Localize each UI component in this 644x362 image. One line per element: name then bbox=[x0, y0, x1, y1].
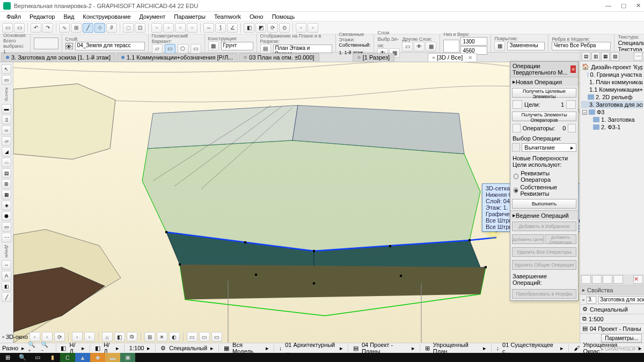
tool-curtain[interactable]: ▦ bbox=[2, 190, 11, 200]
tab-3d[interactable]: ▫[3D / Все]✕ bbox=[428, 53, 477, 62]
tool-m2[interactable]: ▫ bbox=[163, 23, 174, 33]
get-operators-button[interactable]: Получить Элементы Операторов bbox=[512, 112, 576, 121]
vb-10[interactable]: ☀ bbox=[157, 332, 167, 342]
tool-new[interactable]: ▭ bbox=[2, 23, 13, 33]
tool-snap[interactable]: ∿ bbox=[59, 23, 70, 33]
vb-3[interactable]: ⟳ bbox=[54, 332, 65, 342]
tool-m3[interactable]: ▫ bbox=[175, 23, 186, 33]
tool-zone[interactable]: ▭ bbox=[2, 222, 11, 232]
vb-2[interactable]: ▫ bbox=[42, 332, 53, 342]
vb-8[interactable]: ⧉ bbox=[127, 332, 137, 342]
tool-redo[interactable]: ↷ bbox=[42, 23, 53, 33]
opt-settings[interactable] bbox=[31, 34, 62, 52]
tool-undo[interactable]: ↶ bbox=[31, 23, 41, 33]
navigator-tree[interactable]: –🏠 Дизайн-проект 'Курортн... 0. Граница … bbox=[580, 62, 644, 274]
radio-own-attrs[interactable]: Собственные Реквизиты bbox=[510, 183, 578, 197]
tool-m4[interactable]: ▫ bbox=[187, 23, 197, 33]
tab-comm[interactable]: 1.1 Коммуникации+обозначения [Р/Л... bbox=[116, 53, 238, 62]
tool-mesh[interactable]: ⊞ bbox=[2, 179, 11, 189]
nav-pub-icon[interactable]: ▧ bbox=[611, 52, 619, 61]
vb-11[interactable]: ◐ bbox=[169, 332, 180, 342]
tool-morph[interactable]: ◈ bbox=[2, 201, 11, 210]
camtasia-icon[interactable]: ▣ bbox=[120, 353, 135, 362]
folder-icon[interactable]: ▬ bbox=[105, 353, 120, 362]
tool-guideline[interactable]: ╱ bbox=[83, 23, 93, 33]
tool-stair[interactable]: ▤ bbox=[2, 168, 11, 178]
menu-help[interactable]: Помощь bbox=[268, 13, 299, 20]
search-icon[interactable]: 🔍 bbox=[15, 353, 30, 362]
menu-window[interactable]: Окно bbox=[245, 13, 268, 20]
tool-fill[interactable]: ◧ bbox=[2, 282, 11, 291]
tool-arrow[interactable]: ↖ bbox=[2, 64, 11, 74]
tool-text[interactable]: A bbox=[2, 271, 11, 280]
tool-m1[interactable]: ▫ bbox=[151, 23, 162, 33]
target-list-icon[interactable] bbox=[566, 100, 576, 109]
app2-icon[interactable]: ▲ bbox=[75, 353, 90, 362]
tab-sketch[interactable]: 3. Заготовка для эскиза [1. 1-й этаж] bbox=[1, 53, 115, 62]
close-tab-icon[interactable]: ✕ bbox=[468, 55, 472, 61]
tool-dim[interactable]: ↔ bbox=[2, 260, 11, 270]
menu-edit[interactable]: Редактор bbox=[25, 13, 59, 20]
props-header[interactable]: ▸ Свойства bbox=[580, 285, 644, 294]
tool-trace[interactable]: ⊡ bbox=[135, 23, 145, 33]
tool-snapguide[interactable]: ⊹ bbox=[94, 23, 105, 33]
close-button[interactable]: ✕ bbox=[636, 2, 641, 9]
radio-operator-attrs[interactable]: Реквизиты Оператора bbox=[510, 169, 578, 183]
tool-3d[interactable]: ◧ bbox=[244, 23, 254, 33]
nav-x-icon[interactable]: ✕ bbox=[633, 275, 643, 284]
menu-teamwork[interactable]: Teamwork bbox=[210, 13, 245, 20]
nav-view-icon[interactable]: ▥ bbox=[591, 52, 600, 61]
taskview-icon[interactable]: ▭ bbox=[30, 353, 45, 362]
tool-orbit[interactable]: ⟳ bbox=[267, 23, 278, 33]
menu-design[interactable]: Конструирование bbox=[78, 13, 135, 20]
tool-gridsnap[interactable]: # bbox=[106, 23, 117, 33]
nav-del-icon[interactable] bbox=[603, 275, 612, 284]
op-combo[interactable]: Вычитание▸ bbox=[522, 143, 576, 152]
tool-suspend[interactable]: ◌ bbox=[123, 23, 134, 33]
nav-dup-icon[interactable] bbox=[592, 275, 602, 284]
maximize-button[interactable]: ▢ bbox=[621, 2, 626, 9]
nav-new-icon[interactable] bbox=[581, 275, 591, 284]
prop-id-input[interactable] bbox=[587, 296, 596, 304]
tool-arc[interactable]: ⟆ bbox=[215, 23, 226, 33]
vb-7[interactable]: ◧ bbox=[114, 332, 125, 342]
3d-window-button[interactable]: ▫ 3D-окно bbox=[2, 334, 28, 340]
tool-shell[interactable]: ⌓ bbox=[2, 158, 11, 167]
tool-slab[interactable]: ▱ bbox=[2, 136, 11, 146]
minimize-button[interactable]: — bbox=[605, 2, 611, 9]
layer-combo[interactable]: 04_Земля для терасс bbox=[75, 42, 145, 50]
menu-options[interactable]: Параметры bbox=[170, 13, 210, 20]
tool-x2[interactable]: ▫ bbox=[308, 23, 318, 33]
vb-9[interactable]: ⊞ bbox=[144, 332, 155, 342]
tool-walk[interactable]: ⊙ bbox=[279, 23, 290, 33]
tool-x1[interactable]: ▫ bbox=[296, 23, 306, 33]
vb-12[interactable]: ▭ bbox=[187, 332, 197, 342]
tool-grid[interactable]: ⊞ bbox=[71, 23, 82, 33]
tool-ruler[interactable]: ↔ bbox=[203, 23, 214, 33]
nav-layout-icon[interactable]: ▦ bbox=[601, 52, 610, 61]
tool-column[interactable]: ▯ bbox=[2, 115, 11, 124]
tool-marquee[interactable]: ▭ bbox=[2, 75, 11, 85]
vb-4[interactable]: ▫ bbox=[72, 332, 83, 342]
vb-5[interactable]: ▫ bbox=[84, 332, 95, 342]
vb-14[interactable]: ▭ bbox=[211, 332, 222, 342]
tool-angle[interactable]: ∠ bbox=[227, 23, 238, 33]
menu-document[interactable]: Документ bbox=[135, 13, 170, 20]
menu-file[interactable]: Файл bbox=[2, 13, 25, 20]
tool-beam[interactable]: ═ bbox=[2, 125, 11, 135]
prop-name-input[interactable] bbox=[598, 296, 644, 304]
tool-more[interactable]: ⋯ bbox=[2, 233, 11, 242]
tool-object[interactable]: ⬣ bbox=[2, 211, 11, 221]
nav-project-icon[interactable]: ▤ bbox=[582, 52, 590, 61]
top-elev[interactable] bbox=[460, 37, 487, 46]
nav-up-icon[interactable] bbox=[613, 275, 623, 284]
tool-persp[interactable]: ◩ bbox=[255, 23, 266, 33]
nav-opts-icon[interactable]: ⋯ bbox=[634, 52, 642, 61]
tool-open[interactable]: ▭ bbox=[14, 23, 25, 33]
tool-wall[interactable]: ▬ bbox=[2, 104, 11, 114]
tab-plan03[interactable]: 03 План на отм. ±0.000] bbox=[239, 53, 319, 62]
vb-13[interactable]: ▭ bbox=[199, 332, 210, 342]
panel-close-icon[interactable]: × bbox=[570, 65, 576, 73]
tool-line[interactable]: ╱ bbox=[2, 292, 11, 302]
get-targets-button[interactable]: Получить Целевые Элементы bbox=[512, 88, 576, 98]
